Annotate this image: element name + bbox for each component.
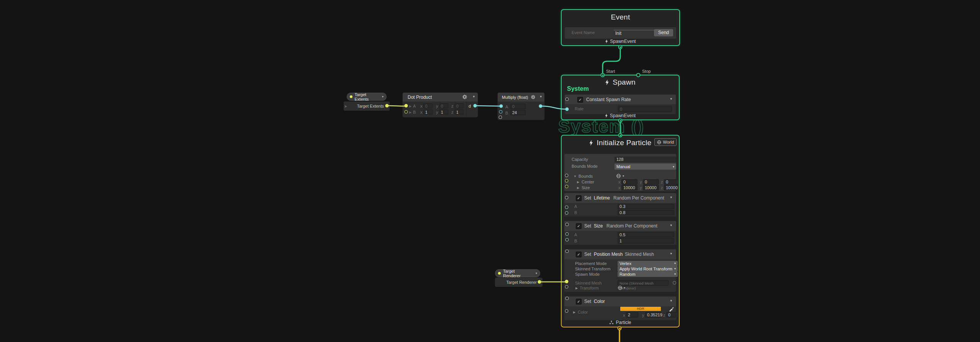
init-particle-out-port[interactable] <box>618 326 622 331</box>
multiply-b-in-port[interactable] <box>499 110 503 114</box>
center-z-field[interactable]: 0 <box>664 179 679 185</box>
constant-spawn-rate-block-port[interactable] <box>565 98 569 101</box>
dp-b-in-port[interactable] <box>405 110 408 114</box>
multiply-b-field[interactable]: 24 <box>510 110 526 115</box>
foldout-closed-icon[interactable]: ▶ <box>577 180 579 184</box>
posmesh-block-port[interactable] <box>565 250 569 253</box>
dp-b-y-field[interactable]: 1 <box>439 110 448 115</box>
constant-spawn-rate-checkbox[interactable]: ✓ <box>577 97 583 103</box>
sizeblk-b-port[interactable] <box>565 238 569 242</box>
dp-b-z-field[interactable]: 1 <box>454 110 464 115</box>
foldout-closed-icon[interactable]: ▶ <box>345 105 347 108</box>
chevron-down-icon[interactable]: ▾ <box>670 97 672 101</box>
dp-a-x-field[interactable]: 0 <box>423 103 433 108</box>
dot-product-node[interactable]: Dot Product ▾ ▶ A x 0 y 0 z 0 ▶ B x 1 y … <box>402 92 478 118</box>
foldout-closed-icon[interactable]: ▶ <box>577 186 579 190</box>
capacity-field[interactable]: 128 <box>615 157 676 162</box>
dp-a-z-field[interactable]: 0 <box>454 103 464 108</box>
transform-space-globe-icon[interactable] <box>618 285 623 290</box>
object-picker-icon[interactable] <box>673 281 676 285</box>
init-in-port[interactable] <box>618 133 623 137</box>
center-in-port[interactable] <box>565 179 569 183</box>
skinned-mesh-field[interactable]: None (Skinned Mesh Renderer) <box>618 280 669 286</box>
target-extents-out-port[interactable] <box>385 104 389 108</box>
send-button[interactable]: Send <box>654 29 673 36</box>
target-renderer-pill[interactable]: Target Renderer ▾ <box>495 269 540 277</box>
color-in-port[interactable] <box>565 309 569 313</box>
chevron-down-icon[interactable]: ▾ <box>382 95 383 98</box>
multiply-a-field[interactable]: 0 <box>510 104 526 109</box>
foldout-open-icon[interactable]: ▼ <box>574 175 577 178</box>
gear-icon[interactable] <box>531 95 535 99</box>
set-size-checkbox[interactable]: ✓ <box>576 223 582 229</box>
hdr-color-swatch[interactable]: HDR <box>620 307 661 311</box>
event-spawnevent-out-port[interactable] <box>618 45 623 49</box>
set-position-mesh-block[interactable]: ✓ Set Position Mesh Skinned Mesh ▾ Place… <box>564 249 676 292</box>
transform-in-port[interactable] <box>565 285 569 289</box>
size-b-field[interactable]: 1 <box>618 238 674 244</box>
target-renderer-out-port[interactable] <box>538 280 541 284</box>
color-block-port[interactable] <box>565 297 569 300</box>
bounds-in-port[interactable] <box>565 174 569 177</box>
set-lifetime-checkbox[interactable]: ✓ <box>576 195 582 201</box>
multiply-node[interactable]: Multiply (float) ▾ A 0 B 24 <box>497 92 545 120</box>
foldout-closed-icon[interactable]: ▶ <box>573 311 575 314</box>
set-lifetime-block[interactable]: ✓ Set Lifetime Random Per Component ▾ A … <box>564 193 676 216</box>
chevron-down-icon[interactable]: ▾ <box>540 95 542 98</box>
lifetime-b-port[interactable] <box>565 211 569 215</box>
multiply-out-port[interactable] <box>539 105 542 108</box>
set-color-checkbox[interactable]: ✓ <box>576 299 582 304</box>
color-y-field[interactable]: 0.35219 <box>645 312 661 317</box>
set-size-block[interactable]: ✓ Set Size Random Per Component ▾ A 0.5 … <box>564 221 676 245</box>
lifetime-a-field[interactable]: 0.3 <box>618 204 674 209</box>
dp-d-out-port[interactable] <box>474 104 477 108</box>
lifetime-block-port[interactable] <box>565 196 569 200</box>
spawn-spawnevent-out-port[interactable] <box>618 119 623 123</box>
event-node[interactable]: Event Event Name Init Send SpawnEvent <box>561 9 680 46</box>
chevron-down-icon[interactable]: ▾ <box>536 272 537 275</box>
rate-in-port[interactable] <box>565 108 569 111</box>
chevron-down-icon[interactable]: ▾ <box>670 195 672 199</box>
lifetime-b-field[interactable]: 0.8 <box>618 210 674 215</box>
spawn-start-in-port[interactable] <box>601 73 605 77</box>
dp-b-x-field[interactable]: 1 <box>423 110 433 115</box>
size-z-field[interactable]: 10000 <box>664 185 679 190</box>
dp-a-y-field[interactable]: 0 <box>439 103 448 108</box>
spawn-mode-dropdown[interactable]: Random ▾ <box>618 272 678 277</box>
target-extents-pill[interactable]: Target Extents ▾ <box>347 93 387 101</box>
size-in-port[interactable] <box>565 185 569 188</box>
skinned-mesh-in-port[interactable] <box>565 280 569 283</box>
rate-field[interactable]: 0 <box>618 106 672 112</box>
size-a-field[interactable]: 0.5 <box>618 232 674 237</box>
color-z-field[interactable]: 0 <box>666 312 679 317</box>
event-name-input[interactable]: Init <box>615 31 621 36</box>
multiply-a-in-port[interactable] <box>500 105 503 108</box>
center-x-field[interactable]: 0 <box>621 179 637 185</box>
bounds-mode-dropdown[interactable]: Manual ▾ <box>615 164 676 170</box>
chevron-down-icon[interactable]: ▾ <box>623 174 624 178</box>
gear-icon[interactable] <box>462 95 467 99</box>
chevron-down-icon[interactable]: ▾ <box>670 223 672 227</box>
chevron-down-icon[interactable]: ▾ <box>624 286 625 290</box>
chevron-down-icon[interactable]: ▾ <box>473 95 475 98</box>
chevron-down-icon[interactable]: ▾ <box>670 299 672 303</box>
bounds-space-globe-icon[interactable] <box>616 173 621 178</box>
center-y-field[interactable]: 0 <box>643 179 659 185</box>
multiply-extra-in-port[interactable] <box>499 116 502 119</box>
foldout-closed-icon[interactable]: ▶ <box>575 286 578 290</box>
set-position-mesh-checkbox[interactable]: ✓ <box>576 252 582 257</box>
sizeblk-block-port[interactable] <box>565 223 569 226</box>
size-y-field[interactable]: 10000 <box>643 185 659 190</box>
color-x-field[interactable]: 2 <box>626 312 638 317</box>
sizeblk-a-port[interactable] <box>565 232 569 236</box>
spawn-node[interactable]: Spawn System ✓ Constant Spawn Rate ▾ Rat… <box>561 75 680 120</box>
initialize-particle-node[interactable]: Initialize Particle World Capacity 128 B… <box>561 135 680 327</box>
spawn-stop-in-port[interactable] <box>636 73 641 77</box>
set-color-block[interactable]: ✓ Set Color ▾ ▶ Color HDR x 2 y 0.35219 … <box>564 296 676 320</box>
size-x-field[interactable]: 10000 <box>621 185 637 190</box>
chevron-down-icon[interactable]: ▾ <box>670 252 672 255</box>
skinned-transform-dropdown[interactable]: Apply World Root Transform ▾ <box>618 266 678 272</box>
space-badge[interactable]: World <box>654 138 677 146</box>
eyedropper-icon[interactable] <box>669 306 674 312</box>
placement-mode-dropdown[interactable]: Vertex ▾ <box>618 261 678 266</box>
